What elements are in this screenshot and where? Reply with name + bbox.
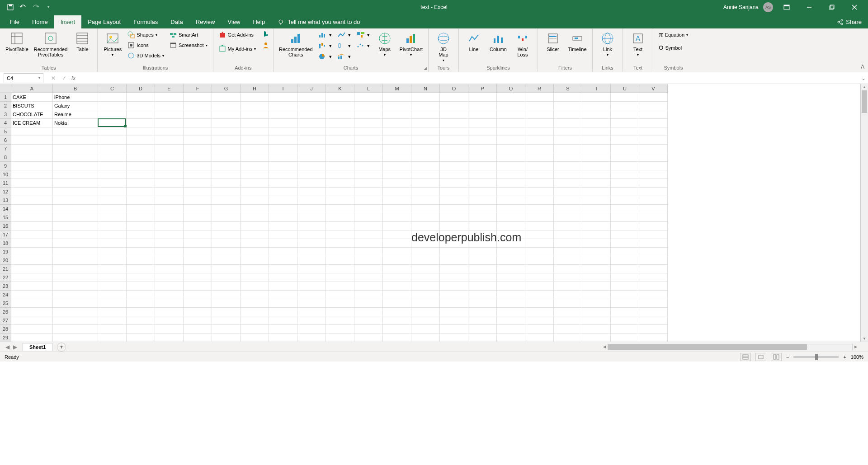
- cell[interactable]: [468, 256, 497, 265]
- cell[interactable]: [554, 188, 582, 196]
- cell[interactable]: [241, 273, 269, 282]
- cell[interactable]: [241, 93, 269, 102]
- cell[interactable]: [497, 196, 525, 205]
- cell[interactable]: [354, 256, 383, 265]
- cell[interactable]: [525, 213, 554, 222]
- cell[interactable]: [53, 256, 98, 265]
- cell[interactable]: [241, 256, 269, 265]
- cell[interactable]: [212, 316, 241, 325]
- cell[interactable]: [383, 205, 411, 213]
- cell[interactable]: iPhone: [53, 93, 98, 102]
- close-icon[interactable]: [845, 0, 863, 14]
- cell[interactable]: [184, 248, 212, 256]
- cell[interactable]: [611, 102, 639, 110]
- scatter-chart-button[interactable]: ▾: [354, 41, 372, 50]
- cell[interactable]: [269, 213, 297, 222]
- cell[interactable]: [525, 153, 554, 162]
- pivottable-button[interactable]: PivotTable: [4, 30, 30, 53]
- cell[interactable]: [11, 316, 53, 325]
- user-avatar[interactable]: AS: [763, 2, 773, 12]
- cell[interactable]: [184, 196, 212, 205]
- cell[interactable]: [440, 213, 468, 222]
- cell[interactable]: [127, 213, 155, 222]
- cell[interactable]: [53, 170, 98, 179]
- cell[interactable]: [582, 291, 611, 299]
- collapse-ribbon-icon[interactable]: ᐱ: [861, 64, 864, 70]
- cell[interactable]: [497, 248, 525, 256]
- sparkline-column-button[interactable]: Column: [487, 30, 509, 53]
- row-header[interactable]: 9: [0, 162, 11, 170]
- cell[interactable]: [440, 93, 468, 102]
- cell[interactable]: [326, 188, 354, 196]
- cell[interactable]: [53, 222, 98, 230]
- cell[interactable]: [11, 265, 53, 273]
- cell[interactable]: [639, 145, 668, 153]
- cell[interactable]: [184, 205, 212, 213]
- cell[interactable]: [411, 256, 440, 265]
- cell[interactable]: [611, 316, 639, 325]
- cell[interactable]: [440, 282, 468, 291]
- cell[interactable]: [383, 333, 411, 342]
- cell[interactable]: [269, 153, 297, 162]
- cell[interactable]: [411, 265, 440, 273]
- cell[interactable]: [326, 119, 354, 127]
- cell[interactable]: [297, 119, 326, 127]
- cell[interactable]: [241, 282, 269, 291]
- smartart-button[interactable]: SmartArt: [168, 30, 209, 39]
- cell[interactable]: [269, 230, 297, 239]
- column-header[interactable]: D: [127, 84, 155, 93]
- cell[interactable]: [11, 162, 53, 170]
- cell[interactable]: [611, 110, 639, 119]
- cell[interactable]: [554, 93, 582, 102]
- cell[interactable]: [497, 316, 525, 325]
- cell[interactable]: [241, 308, 269, 316]
- cell[interactable]: [53, 136, 98, 145]
- cell[interactable]: [53, 127, 98, 136]
- cell[interactable]: [554, 119, 582, 127]
- cell[interactable]: [639, 102, 668, 110]
- cell[interactable]: [611, 136, 639, 145]
- row-header[interactable]: 24: [0, 291, 11, 299]
- cell[interactable]: [354, 273, 383, 282]
- cell[interactable]: [11, 239, 53, 248]
- column-header[interactable]: J: [297, 84, 326, 93]
- cell[interactable]: [326, 299, 354, 308]
- cell[interactable]: [611, 179, 639, 188]
- cell[interactable]: [127, 127, 155, 136]
- cell[interactable]: Galaxy: [53, 102, 98, 110]
- cell[interactable]: [98, 119, 127, 127]
- cell[interactable]: [468, 316, 497, 325]
- cell[interactable]: [212, 179, 241, 188]
- cell[interactable]: [241, 119, 269, 127]
- cell[interactable]: [155, 282, 184, 291]
- cell[interactable]: [554, 145, 582, 153]
- cell[interactable]: [127, 325, 155, 333]
- cell[interactable]: [241, 127, 269, 136]
- cell[interactable]: [383, 136, 411, 145]
- cell[interactable]: [127, 179, 155, 188]
- row-header[interactable]: 15: [0, 213, 11, 222]
- sparkline-winloss-button[interactable]: Win/ Loss: [511, 30, 534, 58]
- row-header[interactable]: 16: [0, 222, 11, 230]
- cell[interactable]: [11, 153, 53, 162]
- cell[interactable]: [98, 93, 127, 102]
- cell[interactable]: [326, 93, 354, 102]
- cell[interactable]: [639, 205, 668, 213]
- cell[interactable]: [582, 162, 611, 170]
- cell[interactable]: [155, 291, 184, 299]
- cell[interactable]: [639, 265, 668, 273]
- cell[interactable]: [269, 205, 297, 213]
- cell[interactable]: [440, 308, 468, 316]
- 3d-models-button[interactable]: 3D Models▾: [126, 51, 166, 60]
- cell[interactable]: [155, 119, 184, 127]
- cell[interactable]: [53, 308, 98, 316]
- cell[interactable]: [297, 256, 326, 265]
- cell[interactable]: [554, 153, 582, 162]
- cell[interactable]: [468, 179, 497, 188]
- cell[interactable]: [497, 325, 525, 333]
- cell[interactable]: [497, 93, 525, 102]
- cell[interactable]: [269, 308, 297, 316]
- cell[interactable]: [326, 153, 354, 162]
- cell[interactable]: [184, 222, 212, 230]
- cell[interactable]: [411, 162, 440, 170]
